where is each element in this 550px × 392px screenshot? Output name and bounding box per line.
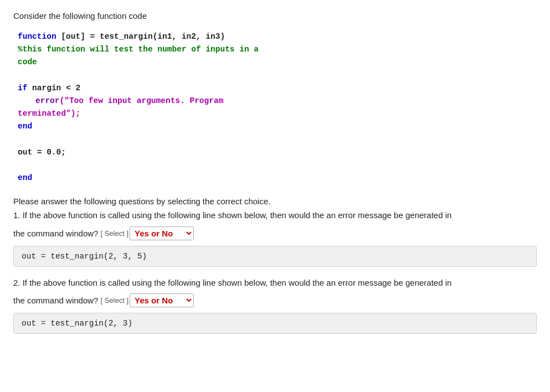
- code-line1-rest: [out] = test_nargin(in1, in2, in3): [61, 32, 225, 41]
- code-if-condition: nargin < 2: [32, 84, 80, 92]
- q2-body: If the above function is called using th…: [23, 278, 452, 287]
- q1-code-sample: out = test_nargin(2, 3, 5): [13, 246, 537, 267]
- code-error-str2: terminated");: [18, 109, 80, 118]
- q2-select-bracket: [ Select ]: [100, 296, 128, 305]
- question-1-text: 1. If the above function is called using…: [13, 209, 537, 222]
- q2-number: 2.: [13, 278, 20, 287]
- question-1-block: 1. If the above function is called using…: [13, 209, 537, 267]
- q1-select[interactable]: Yes or No Yes No: [130, 226, 194, 240]
- q1-body: If the above function is called using th…: [23, 210, 452, 220]
- code-if-keyword: if: [18, 84, 27, 92]
- question-1-answer-row: the command window? [ Select ] Yes or No…: [13, 226, 537, 240]
- question-2-answer-row: the command window? [ Select ] Yes or No…: [13, 293, 537, 307]
- question-2-text: 2. If the above function is called using…: [13, 277, 537, 290]
- code-block: function [out] = test_nargin(in1, in2, i…: [13, 30, 537, 184]
- code-end2-keyword: end: [18, 173, 32, 182]
- q2-answer-prefix: the command window?: [13, 296, 98, 305]
- code-error-str1: ("Too few input arguments. Program: [60, 96, 224, 105]
- q1-number: 1.: [13, 210, 20, 220]
- code-error-fn: error: [35, 96, 60, 105]
- questions-section: Please answer the following questions by…: [13, 197, 537, 334]
- code-comment-line1: %this function will test the number of i…: [18, 45, 259, 54]
- intro-text: Consider the following function code: [13, 11, 537, 20]
- q1-select-bracket: [ Select ]: [100, 229, 128, 238]
- q2-select[interactable]: Yes or No Yes No: [130, 293, 194, 307]
- q1-answer-prefix: the command window?: [13, 229, 98, 238]
- code-comment-line2: code: [18, 58, 37, 66]
- q2-select-wrapper: Yes or No Yes No: [130, 293, 194, 307]
- code-out-line: out = 0.0;: [18, 148, 66, 157]
- q1-select-wrapper: Yes or No Yes No: [130, 226, 194, 240]
- instructions-text: Please answer the following questions by…: [13, 197, 537, 206]
- q2-code-sample: out = test_nargin(2, 3): [13, 313, 537, 334]
- code-end1-keyword: end: [18, 122, 32, 131]
- code-function-keyword: function: [18, 32, 56, 41]
- question-2-block: 2. If the above function is called using…: [13, 277, 537, 334]
